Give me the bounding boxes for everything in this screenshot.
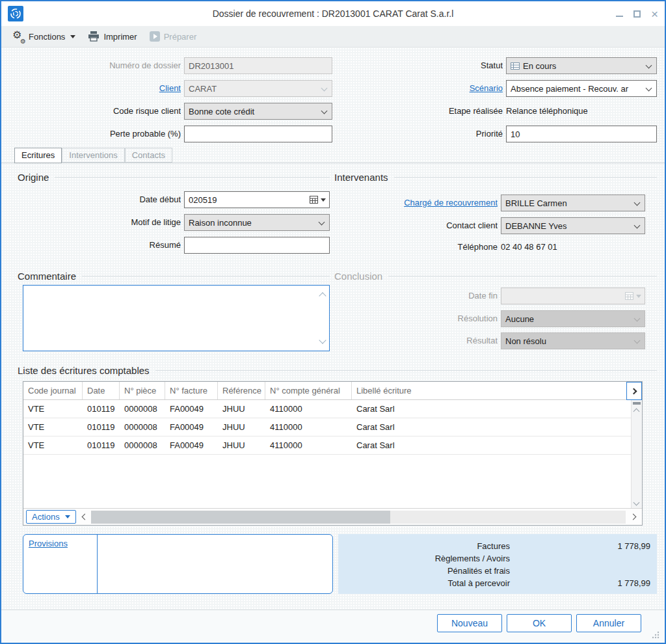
numero-dossier-field: DR2013001 [184,57,332,74]
charge-recouvrement-link[interactable]: Chargé de recouvrement [334,195,498,211]
column-header[interactable]: Référence [218,382,265,399]
imprimer-button[interactable]: Imprimer [84,29,140,44]
date-fin-input [501,288,645,304]
perte-probable-input[interactable] [184,126,332,142]
scrollbar-thumb[interactable] [91,511,391,524]
provisions-cell: Provisions [23,535,98,593]
tab-ecritures[interactable]: Ecritures [14,148,62,163]
table-row[interactable]: VTE 010119 0000008 FA00049 JHUU 4110000 … [23,400,631,418]
column-header[interactable]: Date [83,382,120,399]
resultat-label: Résultat [334,332,498,349]
table-cell: FA00049 [165,400,218,418]
priorite-label: Priorité [334,126,503,142]
window-title: Dossier de recouvrement : DR2013001 CARA… [1,8,665,19]
tab-contacts[interactable]: Contacts [125,148,172,163]
reglements-label: Règlements / Avoirs [345,552,513,565]
column-header[interactable]: N° compte général [265,382,352,399]
etape-label: Etape réalisée [334,103,503,120]
resultat-combo: Non résolu [501,332,645,349]
table-cell: JHUU [218,418,265,436]
column-header[interactable]: Code journal [23,382,83,399]
scroll-up-icon[interactable] [633,409,640,415]
fonctions-button[interactable]: ⚙⚙ Fonctions [9,29,79,44]
charge-recouvrement-value: BRILLE Carmen [505,198,567,208]
tab-interventions[interactable]: Interventions [62,148,124,163]
nouveau-button[interactable]: Nouveau [437,614,502,632]
provisions-link[interactable]: Provisions [29,539,68,548]
next-columns-button[interactable] [626,382,642,400]
horizontal-scrollbar[interactable] [91,511,626,524]
scroll-left-icon[interactable] [81,514,88,520]
contact-client-value: DEBANNE Yves [505,221,566,231]
motif-combo[interactable]: Raison inconnue [184,214,330,231]
numero-dossier-value: DR2013001 [189,61,233,71]
total-percevoir-label: Total à percevoir [345,577,513,589]
table-row[interactable]: VTE 010119 0000008 FA00049 JHUU 4110000 … [23,436,631,455]
date-debut-value: 020519 [189,195,217,205]
contact-client-combo[interactable]: DEBANNE Yves [501,217,645,234]
ok-button[interactable]: OK [507,614,572,632]
date-picker-arrow-icon[interactable] [321,198,326,202]
date-debut-input[interactable]: 020519 [184,191,330,208]
code-risque-combo[interactable]: Bonne cote crédit [184,103,332,120]
penalites-label: Pénalités et frais [345,565,513,577]
gear-icon: ⚙⚙ [13,31,25,42]
resize-grip[interactable] [651,630,659,639]
chevron-down-icon [321,108,328,114]
table-cell: JHUU [218,400,265,418]
factures-value: 1 778,99 [513,540,650,552]
intervenants-title: Intervenants [334,170,657,183]
scenario-link[interactable]: Scénario [334,80,503,97]
priorite-value: 10 [511,129,520,139]
statut-combo[interactable]: En cours [506,57,657,74]
table-cell: VTE [23,436,83,454]
calendar-icon [310,196,318,204]
minimize-icon[interactable] [616,16,623,17]
provisions-value-area[interactable] [98,535,332,593]
resolution-label: Résolution [334,310,498,327]
resume-label: Résumé [1,237,181,254]
resultat-value: Non résolu [505,336,546,346]
table-cell: 010119 [83,418,120,436]
resolution-value: Aucune [505,314,534,324]
ecritures-title: Liste des écritures comptables [18,364,657,377]
table-row[interactable]: VTE 010119 0000008 FA00049 JHUU 4110000 … [23,418,631,436]
origine-title: Origine [18,170,330,183]
commentaire-textarea[interactable] [23,285,330,351]
column-header[interactable]: N° facture [165,382,218,399]
annuler-button[interactable]: Annuler [576,614,641,632]
vertical-scrollbar[interactable] [631,400,642,508]
table-cell: 0000008 [120,436,165,454]
perte-probable-label: Perte probable (%) [1,126,181,142]
chevron-down-icon [634,222,641,229]
scrollbar-thumb[interactable] [633,402,641,405]
table-cell: Carat Sarl [352,418,631,436]
actions-button[interactable]: Actions [26,510,76,524]
date-picker-arrow-icon [636,295,641,298]
code-risque-value: Bonne cote crédit [189,107,254,116]
priorite-input[interactable]: 10 [506,126,657,142]
preparer-button: Préparer [146,29,201,44]
table-header-row: Code journal Date N° pièce N° facture Ré… [23,382,626,400]
table-cell: 4110000 [265,436,352,454]
caret-down-icon [65,515,70,518]
scroll-right-icon[interactable] [630,514,637,520]
resume-input[interactable] [184,237,330,254]
scroll-down-icon[interactable] [319,336,326,343]
column-header[interactable]: N° pièce [120,382,165,399]
statut-label: Statut [334,57,503,74]
caret-down-icon [70,35,75,38]
table-cell: 010119 [83,400,120,418]
charge-recouvrement-combo[interactable]: BRILLE Carmen [501,195,645,211]
scenario-combo[interactable]: Absence paiement - Recouv. ar [506,80,657,97]
client-link[interactable]: Client [1,80,181,97]
table-cell: VTE [23,400,83,418]
column-header[interactable]: Libellé écriture [352,382,626,399]
maximize-icon[interactable] [633,10,641,18]
close-icon[interactable]: × [651,8,658,20]
commentaire-title: Commentaire [18,269,330,282]
scroll-down-icon[interactable] [633,500,640,506]
scroll-up-icon[interactable] [319,292,326,299]
table-cell: 0000008 [120,400,165,418]
factures-label: Factures [345,540,513,552]
